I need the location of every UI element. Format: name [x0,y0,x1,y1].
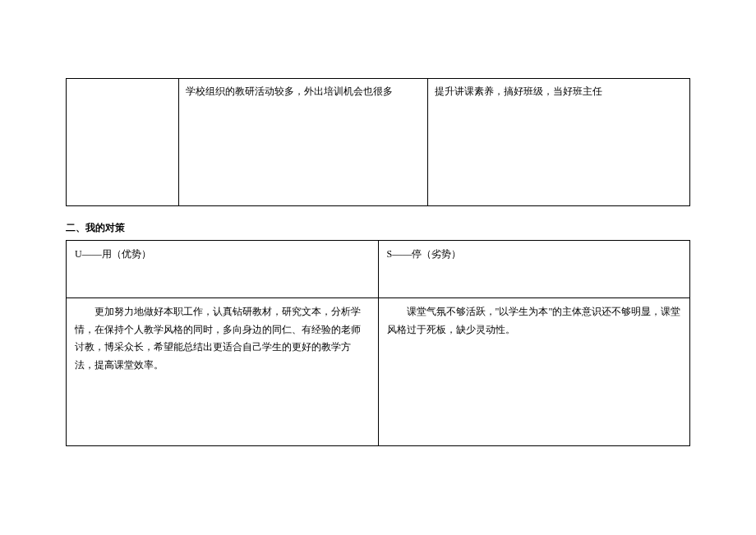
content-text: 更加努力地做好本职工作，认真钻研教材，研究文本，分析学情，在保持个人教学风格的同… [75,303,370,374]
table-cell-opportunity: 学校组织的教研活动较多，外出培训机会也很多 [178,79,428,206]
header-use-strength: U——用（优势） [67,241,379,298]
content-use-strength: 更加努力地做好本职工作，认真钻研教材，研究文本，分析学情，在保持个人教学风格的同… [67,298,379,446]
table-row: 更加努力地做好本职工作，认真钻研教材，研究文本，分析学情，在保持个人教学风格的同… [67,298,690,446]
table-top: 学校组织的教研活动较多，外出培训机会也很多 提升讲课素养，搞好班级，当好班主任 [66,78,690,206]
table-cell-empty [67,79,179,206]
table-cell-goal: 提升讲课素养，搞好班级，当好班主任 [428,79,690,206]
table-strategy: U——用（优势） S——停（劣势） 更加努力地做好本职工作，认真钻研教材，研究文… [66,240,690,446]
content-text: 课堂气氛不够活跃，"以学生为本"的主体意识还不够明显，课堂风格过于死板，缺少灵动… [387,303,682,339]
document-page: 学校组织的教研活动较多，外出培训机会也很多 提升讲课素养，搞好班级，当好班主任 … [0,78,756,471]
table-row: U——用（优势） S——停（劣势） [67,241,690,298]
table-row: 学校组织的教研活动较多，外出培训机会也很多 提升讲课素养，搞好班级，当好班主任 [67,79,690,206]
content-stop-weakness: 课堂气氛不够活跃，"以学生为本"的主体意识还不够明显，课堂风格过于死板，缺少灵动… [378,298,690,446]
section-heading: 二、我的对策 [66,221,690,235]
header-stop-weakness: S——停（劣势） [378,241,690,298]
